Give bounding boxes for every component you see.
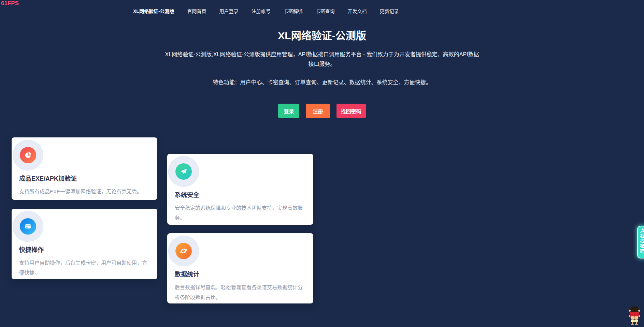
nav-item-card-query[interactable]: 卡密查询	[316, 8, 335, 14]
card-list-icon	[20, 218, 36, 235]
card-title: 快捷操作	[19, 245, 150, 254]
login-button[interactable]: 登录	[278, 104, 299, 118]
nav-item-card-unbind[interactable]: 卡密解绑	[284, 8, 303, 14]
paper-plane-icon	[175, 163, 192, 180]
card-text: 支持所有成品EXE一键添加网络验证，无论有壳无壳。	[19, 187, 150, 196]
feature-card-system-security: 系统安全 安全稳定的系统保障和专业的技术团队支持，实现高效服务。	[167, 154, 313, 225]
nav-item-changelog[interactable]: 更新记录	[380, 8, 399, 14]
recover-password-button[interactable]: 找回密码	[337, 104, 366, 118]
card-text: 支持用户自助操作，后台生成卡密，用户可自助使用，方便快捷。	[19, 258, 150, 278]
page-title: XL网络验证-公测版	[0, 27, 644, 42]
feature-card-quick-ops: 快捷操作 支持用户自助操作，后台生成卡密，用户可自助使用，方便快捷。	[12, 209, 157, 279]
nav-item-user-login[interactable]: 用户登录	[219, 8, 239, 14]
side-badge-label: 点我找密码	[639, 228, 644, 254]
nav-item-register-account[interactable]: 注册帐号	[252, 8, 271, 14]
hero-features-line: 特色功能：用户中心、卡密查询、订单查询、更新记录、数据统计、系统安全、方便快捷。	[0, 78, 644, 86]
floating-side-badge[interactable]: 点我找密码	[637, 226, 644, 258]
top-nav: XL网络验证-公测版 官网首页 用户登录 注册帐号 卡密解绑 卡密查询 开发文档…	[133, 8, 399, 14]
hero-description: XL网络验证-公测版,XL网络验证-公测版提供应用管理，API数据接口调用服务平…	[162, 50, 482, 69]
register-button[interactable]: 注册	[306, 104, 330, 118]
feature-card-exe-apk: 成品EXE/APK加验证 支持所有成品EXE一键添加网络验证，无论有壳无壳。	[12, 137, 157, 200]
card-title: 成品EXE/APK加验证	[19, 174, 150, 182]
feature-card-data-stats: 数据统计 后台数据详尽直观，轻松管理查看各渠道交易数据统计分析各阶段数据占比。	[167, 233, 313, 303]
card-text: 后台数据详尽直观，轻松管理查看各渠道交易数据统计分析各阶段数据占比。	[175, 282, 306, 302]
card-title: 系统安全	[175, 190, 306, 199]
shinchan-mascot-icon[interactable]	[627, 306, 642, 325]
pie-chart-icon	[20, 147, 36, 163]
card-title: 数据统计	[175, 269, 306, 278]
card-text: 安全稳定的系统保障和专业的技术团队支持，实现高效服务。	[175, 203, 306, 223]
nav-brand[interactable]: XL网络验证-公测版	[133, 8, 174, 14]
action-button-row: 登录 注册 找回密码	[0, 104, 644, 118]
nav-item-home[interactable]: 官网首页	[187, 8, 206, 14]
fps-counter: 61FPS	[1, 0, 19, 7]
nav-item-dev-docs[interactable]: 开发文档	[348, 8, 367, 14]
planet-icon	[175, 243, 192, 259]
